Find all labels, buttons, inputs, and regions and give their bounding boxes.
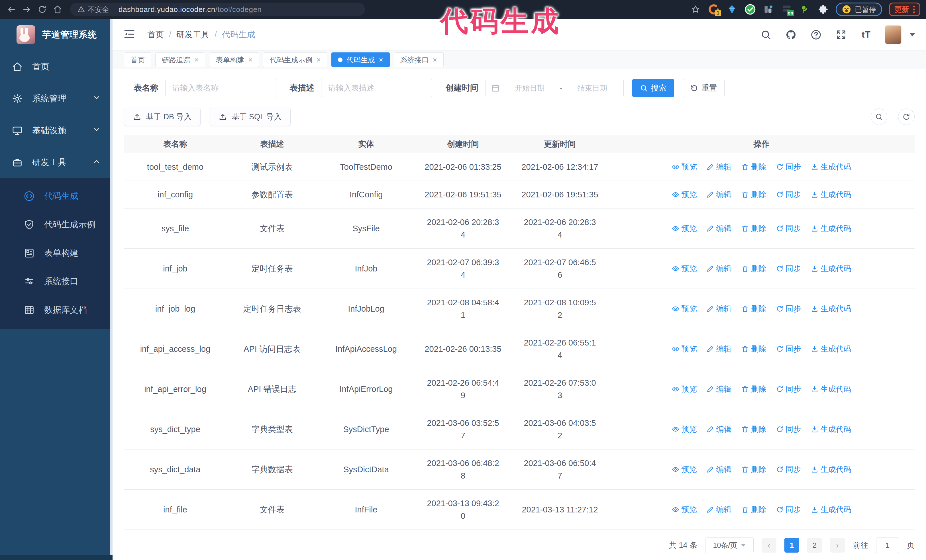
delete-link[interactable]: 删除 [741, 463, 766, 476]
delete-link[interactable]: 删除 [741, 222, 766, 235]
sync-link[interactable]: 同步 [776, 188, 801, 201]
preview-link[interactable]: 预览 [672, 262, 697, 275]
menu-dots-icon[interactable] [913, 6, 915, 13]
page-button-2[interactable]: 2 [807, 538, 822, 552]
sync-link[interactable]: 同步 [776, 423, 801, 436]
tab-form-builder[interactable]: 表单构建× [209, 53, 259, 67]
sync-link[interactable]: 同步 [776, 343, 801, 355]
sidebar-scrollbar[interactable] [110, 19, 112, 560]
generate-code-link[interactable]: 生成代码 [811, 161, 851, 173]
import-db-button[interactable]: 基于 DB 导入 [124, 108, 201, 126]
page-size-select[interactable]: 10条/页 [705, 537, 754, 553]
preview-link[interactable]: 预览 [672, 503, 697, 516]
preview-link[interactable]: 预览 [672, 463, 697, 476]
extension-green-icon[interactable] [799, 4, 811, 15]
preview-link[interactable]: 预览 [672, 302, 697, 315]
edit-link[interactable]: 编辑 [707, 161, 732, 173]
edit-link[interactable]: 编辑 [707, 188, 732, 201]
close-icon[interactable]: × [316, 56, 321, 63]
reload-icon[interactable] [36, 4, 48, 15]
table-desc-input[interactable] [321, 79, 432, 97]
extension-on-icon[interactable]: on [781, 4, 792, 15]
home-icon[interactable] [52, 4, 63, 15]
table-name-input[interactable] [165, 79, 276, 97]
close-icon[interactable]: × [194, 56, 198, 63]
tab-system-api[interactable]: 系统接口× [394, 53, 443, 67]
back-icon[interactable] [6, 4, 17, 15]
browser-update-button[interactable]: 更新 [889, 3, 920, 16]
toggle-search-button[interactable] [871, 109, 887, 125]
tab-home[interactable]: 首页 [124, 53, 151, 67]
paused-extension-pill[interactable]: 已暂停 [836, 3, 882, 16]
generate-code-link[interactable]: 生成代码 [811, 423, 851, 436]
sync-link[interactable]: 同步 [776, 161, 801, 173]
tab-tracing[interactable]: 链路追踪× [155, 53, 205, 67]
sidebar-item-db-doc[interactable]: 数据库文档 [0, 296, 112, 324]
edit-link[interactable]: 编辑 [707, 463, 732, 476]
delete-link[interactable]: 删除 [741, 188, 766, 201]
sidebar-item-home[interactable]: 首页 [0, 51, 112, 83]
sidebar-item-system[interactable]: 系统管理 [0, 83, 112, 115]
sidebar-item-devtools[interactable]: 研发工具 [0, 146, 112, 178]
sync-link[interactable]: 同步 [776, 503, 801, 516]
sidebar-item-codegen[interactable]: 代码生成 [0, 182, 112, 210]
sync-link[interactable]: 同步 [776, 302, 801, 315]
reset-button[interactable]: 重置 [683, 79, 725, 97]
preview-link[interactable]: 预览 [672, 343, 697, 355]
extension-orange-icon[interactable]: 1 [708, 4, 719, 15]
prev-page-button[interactable]: ‹ [762, 538, 776, 552]
generate-code-link[interactable]: 生成代码 [811, 302, 851, 315]
page-button-1[interactable]: 1 [784, 538, 799, 552]
extension-gem-icon[interactable] [726, 4, 738, 15]
delete-link[interactable]: 删除 [741, 302, 766, 315]
generate-code-link[interactable]: 生成代码 [811, 503, 851, 516]
generate-code-link[interactable]: 生成代码 [811, 463, 851, 476]
user-avatar[interactable] [885, 25, 902, 44]
sidebar-item-system-api[interactable]: 系统接口 [0, 267, 112, 296]
preview-link[interactable]: 预览 [672, 423, 697, 436]
search-button[interactable]: 搜索 [632, 79, 674, 97]
edit-link[interactable]: 编辑 [707, 423, 732, 436]
generate-code-link[interactable]: 生成代码 [811, 188, 851, 201]
extension-puzzle-icon[interactable] [817, 4, 829, 15]
refresh-table-button[interactable] [898, 109, 915, 125]
delete-link[interactable]: 删除 [741, 161, 766, 173]
tab-codegen-example[interactable]: 代码生成示例× [263, 53, 327, 67]
date-range-picker[interactable]: 开始日期 - 结束日期 [485, 79, 624, 97]
address-bar[interactable]: 不安全 dashboard.yudao.iocoder.cn/tool/code… [70, 3, 365, 16]
delete-link[interactable]: 删除 [741, 503, 766, 516]
forward-icon[interactable] [21, 4, 32, 15]
avatar-dropdown-caret[interactable] [909, 33, 915, 36]
sync-link[interactable]: 同步 [776, 383, 801, 395]
fullscreen-icon[interactable] [835, 29, 847, 41]
breadcrumb-home[interactable]: 首页 [147, 29, 164, 41]
edit-link[interactable]: 编辑 [707, 262, 732, 275]
close-icon[interactable]: × [433, 56, 437, 63]
generate-code-link[interactable]: 生成代码 [811, 262, 851, 275]
next-page-button[interactable]: › [830, 538, 845, 552]
font-size-icon[interactable]: tT [860, 29, 872, 41]
security-warning[interactable]: 不安全 [77, 5, 109, 14]
goto-page-input[interactable] [876, 537, 899, 553]
preview-link[interactable]: 预览 [672, 383, 697, 395]
close-icon[interactable]: × [379, 56, 383, 63]
edit-link[interactable]: 编辑 [707, 383, 732, 395]
sync-link[interactable]: 同步 [776, 222, 801, 235]
help-icon[interactable] [810, 29, 822, 41]
preview-link[interactable]: 预览 [672, 188, 697, 201]
edit-link[interactable]: 编辑 [707, 503, 732, 516]
sidebar-item-infra[interactable]: 基础设施 [0, 115, 112, 146]
edit-link[interactable]: 编辑 [707, 343, 732, 355]
app-logo-row[interactable]: 芋道管理系统 [0, 19, 112, 51]
sidebar-item-codegen-example[interactable]: 代码生成示例 [0, 210, 112, 239]
github-icon[interactable] [785, 29, 797, 41]
delete-link[interactable]: 删除 [741, 423, 766, 436]
close-icon[interactable]: × [248, 56, 253, 63]
search-icon[interactable] [760, 29, 772, 41]
edit-link[interactable]: 编辑 [707, 302, 732, 315]
breadcrumb-devtools[interactable]: 研发工具 [176, 29, 209, 41]
import-sql-button[interactable]: 基于 SQL 导入 [210, 108, 291, 126]
sync-link[interactable]: 同步 [776, 463, 801, 476]
generate-code-link[interactable]: 生成代码 [811, 383, 851, 395]
bookmark-star-icon[interactable] [690, 4, 701, 15]
